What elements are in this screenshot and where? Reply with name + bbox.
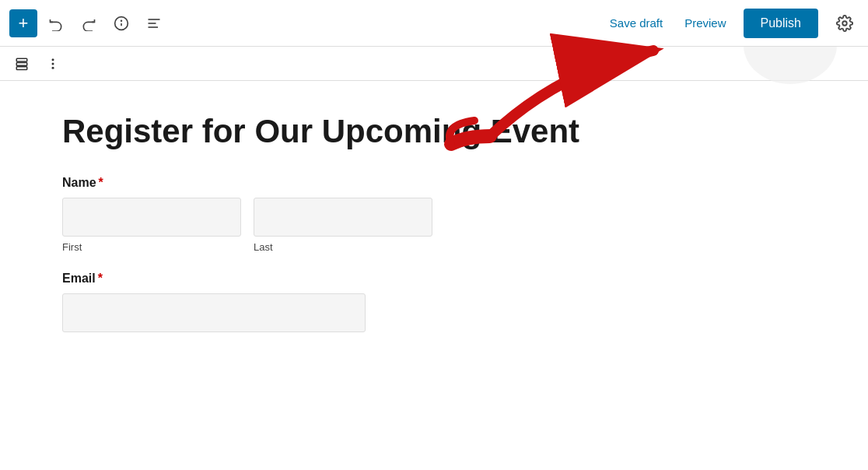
first-name-label: First [62,241,241,253]
svg-rect-8 [16,62,27,65]
preview-button[interactable]: Preview [680,13,730,33]
block-list-icon[interactable] [9,51,34,76]
first-name-wrap: First [62,198,241,253]
redo-button[interactable] [75,9,103,37]
undo-button[interactable] [42,9,70,37]
svg-rect-7 [16,58,27,61]
save-draft-button[interactable]: Save draft [605,13,667,33]
email-input[interactable] [62,293,366,332]
last-name-wrap: Last [254,198,432,253]
publish-button[interactable]: Publish [744,9,818,38]
page-title: Register for Our Upcoming Event [62,112,806,151]
svg-point-12 [52,66,54,68]
name-field-section: Name * First Last [62,176,806,253]
list-view-button[interactable] [140,9,168,37]
email-required-star: * [98,272,103,286]
top-toolbar: + Save draft Preview Publish [0,0,868,47]
svg-rect-9 [16,66,27,69]
sub-toolbar [0,47,868,81]
toolbar-left-group: + [9,9,605,37]
svg-point-10 [52,58,54,61]
email-field-section: Email * [62,272,806,332]
settings-button[interactable] [831,9,859,37]
name-required-star: * [99,176,103,190]
name-label: Name * [62,176,806,190]
last-name-input[interactable] [254,198,432,237]
toolbar-right-group: Save draft Preview Publish [605,9,859,38]
svg-point-6 [842,21,847,26]
main-content: Register for Our Upcoming Event Name * F… [0,81,868,470]
name-fields-group: First Last [62,198,806,253]
add-block-button[interactable]: + [9,9,37,37]
last-name-label: Last [254,241,432,253]
info-button[interactable] [107,9,135,37]
more-options-icon[interactable] [40,51,65,76]
first-name-input[interactable] [62,198,241,237]
email-label: Email * [62,272,806,286]
svg-point-11 [52,62,54,65]
